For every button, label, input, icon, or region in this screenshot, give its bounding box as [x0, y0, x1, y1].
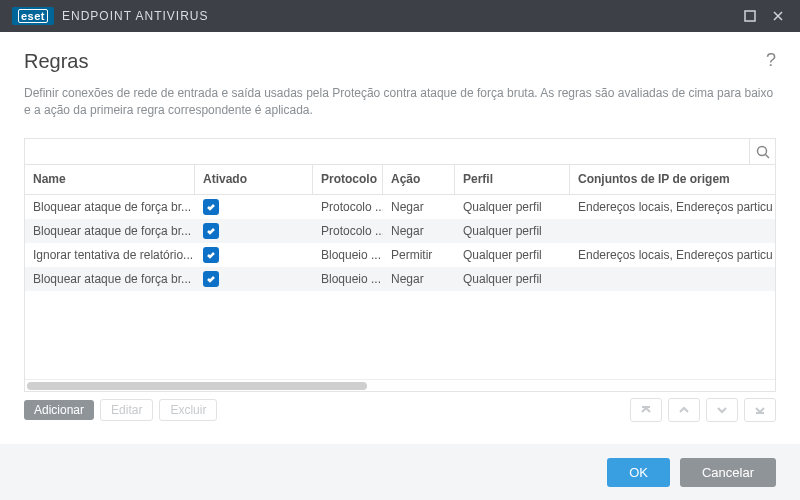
cell-protocol: Bloqueio ...	[313, 243, 383, 267]
table-header: Name Ativado Protocolo Ação Perfil Conju…	[25, 165, 775, 195]
cell-action: Negar	[383, 195, 455, 219]
col-enabled[interactable]: Ativado	[195, 165, 313, 194]
checkbox-checked-icon[interactable]	[203, 247, 219, 263]
svg-point-1	[757, 146, 766, 155]
horizontal-scrollbar[interactable]	[25, 379, 775, 391]
scrollbar-thumb[interactable]	[27, 382, 367, 390]
cell-enabled[interactable]	[195, 195, 313, 219]
cell-profile: Qualquer perfil	[455, 243, 570, 267]
col-source-ip[interactable]: Conjuntos de IP de origem	[570, 165, 773, 194]
table-empty-area	[25, 291, 775, 379]
cell-source-ip: Endereços locais, Endereços particul	[570, 195, 773, 219]
col-profile[interactable]: Perfil	[455, 165, 570, 194]
edit-button: Editar	[100, 399, 153, 421]
cell-profile: Qualquer perfil	[455, 195, 570, 219]
ok-button[interactable]: OK	[607, 458, 670, 487]
cell-name: Bloquear ataque de força br...	[25, 195, 195, 219]
search-input-area[interactable]	[25, 139, 749, 164]
move-top-button[interactable]	[630, 398, 662, 422]
cell-source-ip	[570, 219, 773, 243]
cell-name: Ignorar tentativa de relatório...	[25, 243, 195, 267]
col-action[interactable]: Ação	[383, 165, 455, 194]
col-protocol[interactable]: Protocolo	[313, 165, 383, 194]
titlebar: eset ENDPOINT ANTIVIRUS	[0, 0, 800, 32]
rules-table: Name Ativado Protocolo Ação Perfil Conju…	[24, 138, 776, 392]
cell-source-ip	[570, 267, 773, 291]
cell-action: Negar	[383, 219, 455, 243]
svg-rect-0	[745, 11, 755, 21]
cell-name: Bloquear ataque de força br...	[25, 267, 195, 291]
cell-protocol: Protocolo ...	[313, 195, 383, 219]
col-name[interactable]: Name	[25, 165, 195, 194]
page-description: Definir conexões de rede de entrada e sa…	[24, 85, 774, 120]
table-row[interactable]: Bloquear ataque de força br...Protocolo …	[25, 219, 775, 243]
table-row[interactable]: Bloquear ataque de força br...Protocolo …	[25, 195, 775, 219]
move-bottom-button[interactable]	[744, 398, 776, 422]
move-down-button[interactable]	[706, 398, 738, 422]
product-name: ENDPOINT ANTIVIRUS	[62, 9, 208, 23]
cell-protocol: Protocolo ...	[313, 219, 383, 243]
brand-logo: eset	[12, 7, 54, 25]
cell-protocol: Bloqueio ...	[313, 267, 383, 291]
delete-button: Excluir	[159, 399, 217, 421]
cell-action: Negar	[383, 267, 455, 291]
cell-enabled[interactable]	[195, 267, 313, 291]
dialog-footer: OK Cancelar	[0, 444, 800, 500]
cancel-button[interactable]: Cancelar	[680, 458, 776, 487]
minimize-button[interactable]	[736, 2, 764, 30]
checkbox-checked-icon[interactable]	[203, 271, 219, 287]
add-button[interactable]: Adicionar	[24, 400, 94, 420]
checkbox-checked-icon[interactable]	[203, 199, 219, 215]
move-up-button[interactable]	[668, 398, 700, 422]
cell-action: Permitir	[383, 243, 455, 267]
help-icon[interactable]: ?	[766, 50, 776, 71]
table-row[interactable]: Bloquear ataque de força br...Bloqueio .…	[25, 267, 775, 291]
cell-enabled[interactable]	[195, 243, 313, 267]
checkbox-checked-icon[interactable]	[203, 223, 219, 239]
page-title: Regras	[24, 50, 776, 73]
close-button[interactable]	[764, 2, 792, 30]
cell-profile: Qualquer perfil	[455, 267, 570, 291]
cell-name: Bloquear ataque de força br...	[25, 219, 195, 243]
cell-enabled[interactable]	[195, 219, 313, 243]
cell-source-ip: Endereços locais, Endereços particul	[570, 243, 773, 267]
table-row[interactable]: Ignorar tentativa de relatório...Bloquei…	[25, 243, 775, 267]
cell-profile: Qualquer perfil	[455, 219, 570, 243]
search-icon[interactable]	[749, 139, 775, 165]
